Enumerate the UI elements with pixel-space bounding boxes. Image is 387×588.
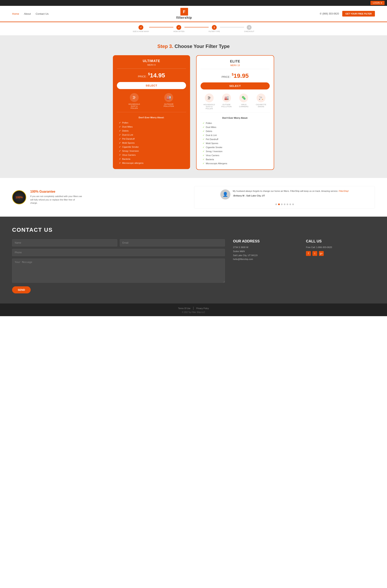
list-item: ✓Dust & Lint [117, 133, 186, 137]
worry-text: Debris [206, 130, 212, 132]
ultimate-title: ULTIMATE [117, 59, 186, 63]
privacy-link[interactable]: Privacy Policy [196, 307, 209, 310]
get-filter-button[interactable]: GET YOUR FREE FILTER [342, 11, 375, 17]
steps-bar: ✓ SIZE & HOW MANY ✓ HOW OFTEN 3 FILTER T… [0, 22, 387, 36]
check-icon: ✓ [119, 142, 121, 144]
list-item: ✓Pet Dandruff [201, 137, 270, 141]
logo: F filtership [176, 8, 192, 20]
dust-pollen-icon: 🌫 [205, 93, 214, 102]
twitter-icon[interactable]: t [312, 251, 317, 256]
ultimate-worry-list: ✓Pollen ✓Dust Mites ✓Debris ✓Dust & Lint… [117, 121, 186, 165]
email-input[interactable] [120, 239, 225, 247]
check-icon: ✓ [203, 158, 205, 161]
step-1-circle: ✓ [138, 25, 143, 30]
list-item: ✓Smog / Inversion [201, 149, 270, 153]
step-line-3 [220, 27, 244, 27]
dot-3[interactable] [281, 204, 283, 205]
list-item: ✗Bacteria [117, 157, 186, 161]
testimonial-inner: 👤 My husband always forgets to change ou… [220, 189, 349, 199]
send-button[interactable]: SEND [12, 286, 31, 294]
step-2: ✓ HOW OFTEN [173, 25, 184, 32]
list-item: ✓Pet Dandruff [117, 137, 186, 141]
check-icon: ✓ [119, 137, 121, 140]
worry-text: Mold Spores [122, 142, 135, 144]
elite-select-button[interactable]: SELECT [201, 83, 270, 89]
ultimate-subtitle: MERV 8 [117, 64, 186, 69]
list-item: ✓Dust Mites [201, 125, 270, 129]
worry-text: Pollen [206, 122, 212, 124]
nav-contact[interactable]: Contact Us [36, 12, 49, 15]
dust-label: HOUSEHOLD DUST & POLLEN [127, 103, 141, 109]
x-icon: ✗ [119, 154, 121, 156]
smoke-label: CIGARETTE SMOKE [254, 104, 268, 108]
dot-5[interactable] [287, 204, 288, 205]
ultimate-price: $14.95 [148, 72, 165, 79]
ultimate-feature-pollution: 🏭 OUTDOOR POLLUTION [162, 93, 176, 109]
testimonial-avatar: 👤 [220, 189, 230, 199]
main-content: Step 3. Choose Your Filter Type ULTIMATE… [0, 36, 387, 178]
check-icon: ✓ [119, 133, 121, 136]
testimonial-author: -Brittany M - Salt Lake City, UT [233, 194, 349, 197]
x-icon: ✗ [119, 162, 121, 165]
message-textarea[interactable] [12, 258, 225, 283]
list-item: ✓Debris [117, 129, 186, 133]
step-3-circle: 3 [212, 25, 217, 30]
step-line-1 [149, 27, 173, 27]
list-item: ✓Smog / Inversion [117, 149, 186, 153]
form-row-1 [12, 239, 225, 247]
check-icon: ✓ [119, 129, 121, 132]
virus-icon: 🦠 [239, 93, 248, 102]
step-2-circle: ✓ [176, 25, 181, 30]
list-item: ✓Debris [201, 129, 270, 133]
guarantee-section: 100% 100% Guarantee If you are not compl… [0, 178, 387, 217]
worry-text: Bacteria [206, 158, 214, 161]
worry-text: Bacteria [122, 158, 130, 160]
call-heading: CALL US [306, 239, 375, 243]
list-item: ✓Mold Spores [201, 141, 270, 145]
step-2-label: HOW OFTEN [173, 30, 184, 32]
address-block: OUR ADDRESS 2734 S 3600 W Suites M&N Sal… [233, 239, 302, 261]
testimonial-content: My husband always forgets to change our … [233, 189, 349, 197]
dust-icon: 🌫 [130, 93, 139, 102]
nav-home[interactable]: Home [12, 12, 19, 15]
facebook-icon[interactable]: f [306, 251, 311, 256]
nav-about[interactable]: About [24, 12, 31, 15]
list-item: ✓Cigarette Smoke [117, 145, 186, 149]
name-input[interactable] [12, 239, 117, 247]
ultimate-select-button[interactable]: SELECT [117, 82, 186, 89]
guarantee-text: 100% Guarantee If you are not completely… [30, 190, 83, 205]
googleplus-icon[interactable]: g+ [319, 251, 324, 256]
dot-2[interactable] [278, 204, 280, 205]
step-3: 3 FILTER TYPE [209, 25, 220, 32]
elite-subtitle: MERV 13 [201, 64, 270, 69]
dot-1[interactable] [275, 204, 277, 205]
worry-text: Microscopic allergens [122, 162, 144, 164]
login-button[interactable]: LOGIN ➜ [370, 1, 385, 5]
dot-4[interactable] [284, 204, 285, 205]
address-heading: OUR ADDRESS [233, 239, 302, 243]
pollution-icon: 🏭 [164, 93, 173, 102]
phone-input[interactable] [12, 249, 225, 256]
ultimate-price-row: PRICE : $14.95 [117, 69, 186, 82]
elite-feature-outside: 🏭 OUTSIDE POLLUTION [219, 93, 234, 110]
virus-label: VIRUS CARRIERS [237, 104, 251, 108]
social-icons: f t g+ [306, 251, 375, 256]
list-item: ✓Cigarette Smoke [201, 145, 270, 149]
list-item: ✓Mold Spores [117, 141, 186, 145]
elite-feature-virus: 🦠 VIRUS CARRIERS [237, 93, 251, 110]
worry-text: Cigarette Smoke [122, 146, 139, 148]
worry-text: Cigarette Smoke [206, 146, 222, 148]
terms-link[interactable]: Terms Of Use [178, 307, 191, 310]
list-item: ✗Virus Carriers [117, 153, 186, 157]
address-text: 2734 S 3600 W Suites M&N Salt Lake City,… [233, 245, 302, 261]
dot-7[interactable] [292, 204, 294, 205]
elite-feature-smoke: 🚬 CIGARETTE SMOKE [254, 93, 268, 110]
elite-worry-section: Don't Ever Worry About: ✓Pollen ✓Dust Mi… [201, 117, 270, 166]
smoke-icon: 🚬 [257, 93, 265, 102]
worry-text: Dust & Lint [206, 134, 217, 136]
list-item: ✓Virus Carriers [201, 153, 270, 157]
dot-6[interactable] [289, 204, 291, 205]
testimonial-quote: My husband always forgets to change our … [233, 189, 349, 193]
check-icon: ✓ [119, 149, 121, 152]
step-4-circle: 4 [247, 25, 252, 30]
